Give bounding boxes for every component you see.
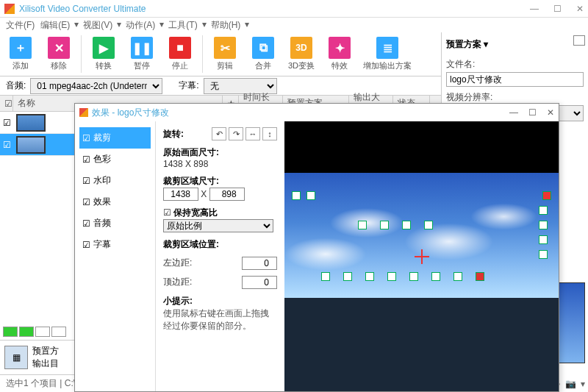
add-output-button[interactable]: ≣增加输出方案 <box>362 35 413 73</box>
dialog-title-bar: 效果 - logo尺寸修改 — ☐ ✕ <box>75 104 559 121</box>
dialog-settings: 旋转: ↶ ↷ ↔ ↕ 原始画面尺寸:1438 X 898 裁剪区域尺寸: X … <box>156 121 284 391</box>
merge-button[interactable]: ⧉合并 <box>247 35 279 73</box>
nav-audio[interactable]: ☑ 音频 <box>79 213 151 234</box>
list-icon: ≣ <box>376 37 398 59</box>
small-btn[interactable] <box>51 327 66 337</box>
left-margin-input[interactable] <box>242 257 277 270</box>
close-icon[interactable]: ✕ <box>576 4 584 14</box>
menu-edit[interactable]: 编辑(E) <box>39 19 71 31</box>
title-bar: Xilisoft Video Converter Ultimate — ☐ ✕ <box>0 0 588 18</box>
crop-pos-label: 裁剪区域位置: <box>163 239 219 249</box>
sparkle-icon: ✦ <box>329 37 351 59</box>
play-icon: ▶ <box>93 37 115 59</box>
effects-dialog: 效果 - logo尺寸修改 — ☐ ✕ ☑ 裁剪 ☑ 色彩 ☑ 水印 ☑ 效果 … <box>74 103 559 392</box>
3d-button[interactable]: 3D3D变换 <box>285 35 318 73</box>
menu-help[interactable]: 帮助(H) <box>209 19 243 31</box>
plus-icon: ＋ <box>10 37 32 59</box>
remove-icon: ✕ <box>48 37 70 59</box>
remove-button[interactable]: ✕移除 <box>43 35 75 73</box>
left-margin-label: 左边距: <box>163 257 192 270</box>
preset-header[interactable]: 预置方案 ▾ <box>446 35 584 54</box>
video-thumbnail-icon <box>16 136 46 154</box>
filename-input[interactable] <box>446 72 584 87</box>
nav-crop[interactable]: ☑ 裁剪 <box>79 127 151 149</box>
convert-button[interactable]: ▶转换 <box>87 35 120 73</box>
chevron-down-icon[interactable]: ▾ <box>581 379 585 389</box>
preset-label: 预置方 <box>32 345 59 357</box>
crop-width-input[interactable] <box>163 188 198 201</box>
output-label: 输出目 <box>32 357 59 370</box>
small-btn[interactable] <box>35 327 50 337</box>
dialog-nav: ☑ 裁剪 ☑ 色彩 ☑ 水印 ☑ 效果 ☑ 音频 ☑ 字幕 <box>75 121 156 391</box>
rotate-label: 旋转: <box>163 128 184 140</box>
expand-icon[interactable] <box>573 35 585 46</box>
row-checkbox[interactable]: ☑ <box>0 140 13 150</box>
nav-color[interactable]: ☑ 色彩 <box>79 149 151 170</box>
3d-icon: 3D <box>290 37 312 59</box>
green-btn[interactable] <box>3 327 18 337</box>
merge-icon: ⧉ <box>252 37 274 59</box>
pause-button[interactable]: ❚❚暂停 <box>126 35 158 73</box>
audio-select[interactable]: 01 mpeg4aac-2ch (Undetermined) <box>30 78 162 94</box>
nav-subtitle[interactable]: ☑ 字幕 <box>79 234 151 255</box>
top-margin-label: 顶边距: <box>163 276 192 289</box>
scissors-icon: ✂ <box>214 37 236 59</box>
crop-height-input[interactable] <box>209 188 245 201</box>
stop-button[interactable]: ■停止 <box>164 35 196 73</box>
green-btn[interactable] <box>19 327 34 337</box>
menu-action[interactable]: 动作(A) <box>124 19 157 31</box>
tip-label: 小提示: <box>163 296 193 306</box>
close-icon[interactable]: ✕ <box>547 107 554 118</box>
nav-effect[interactable]: ☑ 效果 <box>79 191 151 213</box>
preset-icon: ▦ <box>4 346 28 369</box>
minimize-icon[interactable]: — <box>509 107 518 118</box>
rotate-cw-icon[interactable]: ↷ <box>229 127 243 140</box>
effect-button[interactable]: ✦特效 <box>323 35 356 73</box>
top-margin-input[interactable] <box>242 276 277 289</box>
dialog-title: 效果 - logo尺寸修改 <box>92 107 169 119</box>
orig-size-value: 1438 X 898 <box>163 159 208 169</box>
resolution-label: 视频分辨率: <box>446 91 584 104</box>
app-logo-icon <box>4 4 15 14</box>
rotate-ccw-icon[interactable]: ↶ <box>212 127 226 140</box>
stop-icon: ■ <box>169 37 191 59</box>
nav-watermark[interactable]: ☑ 水印 <box>79 170 151 191</box>
maximize-icon[interactable]: ☐ <box>553 4 562 14</box>
tip-text: 使用鼠标右键在画面上拖拽经过你要保留的部分。 <box>163 308 269 331</box>
window-title: Xilisoft Video Converter Ultimate <box>19 4 146 14</box>
checkbox-all[interactable]: ☑ <box>0 96 13 111</box>
audio-label: 音频: <box>6 79 26 92</box>
row-checkbox[interactable]: ☑ <box>0 118 13 128</box>
ratio-select[interactable]: 原始比例 <box>163 219 273 232</box>
subtitle-label: 字幕: <box>179 79 198 92</box>
menu-view[interactable]: 视图(V) <box>82 19 114 31</box>
app-logo-icon <box>79 108 88 117</box>
flip-v-icon[interactable]: ↕ <box>262 127 277 140</box>
filename-label: 文件名: <box>446 58 584 71</box>
video-thumbnail-icon <box>16 114 46 132</box>
preview-pane[interactable] <box>284 121 559 391</box>
add-button[interactable]: ＋添加 <box>4 35 37 73</box>
keep-ratio-checkbox[interactable]: 保持宽高比 <box>173 207 218 218</box>
minimize-icon[interactable]: — <box>530 4 539 14</box>
camera-icon[interactable]: 📷 <box>565 379 576 389</box>
menu-file[interactable]: 文件(F) <box>4 19 36 31</box>
pause-icon: ❚❚ <box>131 37 153 59</box>
center-cross-icon <box>415 249 429 264</box>
orig-size-label: 原始画面尺寸: <box>163 147 219 157</box>
menu-bar: 文件(F) 编辑(E)▾ 视图(V)▾ 动作(A)▾ 工具(T)▾ 帮助(H)▾ <box>0 18 588 32</box>
crop-size-label: 裁剪区域尺寸: <box>163 176 219 186</box>
maximize-icon[interactable]: ☐ <box>528 107 537 118</box>
menu-tools[interactable]: 工具(T) <box>167 19 198 31</box>
cut-button[interactable]: ✂剪辑 <box>209 35 241 73</box>
flip-h-icon[interactable]: ↔ <box>245 127 260 140</box>
